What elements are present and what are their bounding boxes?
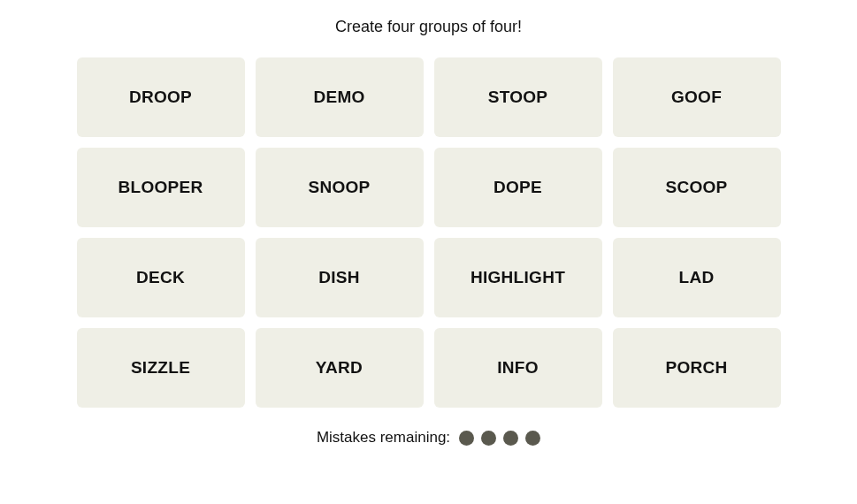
mistakes-label: Mistakes remaining:	[317, 429, 450, 447]
word-tile[interactable]: YARD	[256, 328, 424, 408]
mistake-dot-icon	[481, 431, 496, 446]
word-tile[interactable]: INFO	[434, 328, 602, 408]
word-tile[interactable]: PORCH	[613, 328, 781, 408]
word-tile[interactable]: SIZZLE	[77, 328, 245, 408]
word-tile[interactable]: BLOOPER	[77, 148, 245, 227]
word-tile[interactable]: DEMO	[256, 57, 424, 137]
word-tile[interactable]: DROOP	[77, 57, 245, 137]
mistakes-row: Mistakes remaining:	[317, 429, 540, 447]
mistake-dot-icon	[503, 431, 518, 446]
word-tile[interactable]: STOOP	[434, 57, 602, 137]
word-tile[interactable]: LAD	[613, 238, 781, 317]
mistakes-dots	[459, 431, 540, 446]
word-tile[interactable]: SCOOP	[613, 148, 781, 227]
word-tile[interactable]: GOOF	[613, 57, 781, 137]
tile-grid: DROOP DEMO STOOP GOOF BLOOPER SNOOP DOPE…	[77, 57, 781, 408]
word-tile[interactable]: HIGHLIGHT	[434, 238, 602, 317]
instruction-text: Create four groups of four!	[335, 18, 522, 36]
word-tile[interactable]: DISH	[256, 238, 424, 317]
word-tile[interactable]: DOPE	[434, 148, 602, 227]
mistake-dot-icon	[525, 431, 540, 446]
word-tile[interactable]: SNOOP	[256, 148, 424, 227]
word-tile[interactable]: DECK	[77, 238, 245, 317]
mistake-dot-icon	[459, 431, 474, 446]
